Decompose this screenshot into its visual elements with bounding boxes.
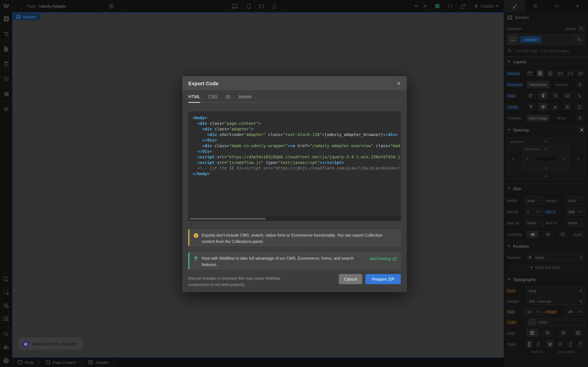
height-input[interactable]: Auto- xyxy=(566,196,585,204)
align-end-button[interactable] xyxy=(550,91,560,100)
padding-left-value[interactable]: 0 xyxy=(526,157,528,161)
display-inline-button[interactable]: A xyxy=(566,69,575,78)
spacing-diagram[interactable]: MARGIN 0 0 0 0 PADDING 0 0 0 0 xyxy=(507,138,585,180)
breakpoint-tablet-button[interactable] xyxy=(242,0,255,12)
style-regular-button[interactable] xyxy=(526,340,533,349)
padding-diagram[interactable]: PADDING 0 0 0 0 xyxy=(522,146,570,172)
align-center-button[interactable] xyxy=(538,91,548,100)
decoration-underline-button[interactable] xyxy=(566,340,574,349)
style-italic-button[interactable] xyxy=(535,340,541,349)
selector-menu-button[interactable] xyxy=(575,34,584,45)
justify-start-button[interactable] xyxy=(526,102,536,111)
custom-code-button[interactable] xyxy=(444,0,457,12)
breakpoint-mobile-button[interactable] xyxy=(268,0,281,12)
preview-button[interactable] xyxy=(100,0,123,12)
canvas-overlays-button[interactable] xyxy=(0,312,12,325)
display-flex-button[interactable] xyxy=(536,69,544,78)
children-dont-wrap-option[interactable]: Don’t wrap xyxy=(526,114,550,122)
display-none-button[interactable] xyxy=(576,69,585,78)
code-scrollbar-track[interactable] xyxy=(189,217,400,221)
size-section-header[interactable]: Size xyxy=(504,184,588,193)
undo-button[interactable] xyxy=(411,0,422,12)
tab-style-manager[interactable] xyxy=(546,0,567,12)
class-tag[interactable]: Adapter xyxy=(520,36,541,43)
typography-section-header[interactable]: Typography xyxy=(504,274,588,284)
webflow-logo[interactable]: W xyxy=(0,0,13,12)
cancel-button[interactable]: Cancel xyxy=(339,274,363,284)
breakpoint-indicator-button[interactable] xyxy=(508,34,518,45)
justify-end-button[interactable] xyxy=(550,102,560,111)
margin-top-value[interactable]: 0 xyxy=(545,140,547,143)
width-input[interactable]: Auto- xyxy=(525,196,543,204)
saved-status-button[interactable] xyxy=(431,0,444,12)
add-elements-button[interactable] xyxy=(0,12,12,25)
spacing-expand-icon[interactable] xyxy=(579,128,584,132)
project-settings-button[interactable] xyxy=(0,102,12,116)
position-select[interactable]: Static xyxy=(526,253,585,261)
breadcrumb-item-body[interactable]: Body xyxy=(12,360,37,364)
code-scrollbar-thumb[interactable] xyxy=(189,218,266,220)
decoration-overline-button[interactable] xyxy=(576,340,585,349)
code-preview[interactable]: <body> <div class="page-content"> <div c… xyxy=(188,111,401,221)
page-selector[interactable]: Page: Udesly Adapter xyxy=(21,0,100,12)
tab-settings[interactable] xyxy=(525,0,546,12)
edit-mode-button[interactable] xyxy=(0,272,12,285)
spacing-section-header[interactable]: Spacing xyxy=(504,125,588,134)
weight-select[interactable]: 400 - Normal xyxy=(526,297,585,305)
direction-horizontal-option[interactable]: Horizontal xyxy=(526,81,550,88)
tab-assets[interactable]: Assets xyxy=(239,94,252,102)
close-button[interactable]: ✕ xyxy=(397,81,401,86)
wrap-reverse-button[interactable] xyxy=(575,114,585,122)
display-block-button[interactable] xyxy=(526,69,534,78)
overflow-auto-button[interactable]: Auto xyxy=(571,230,585,239)
justify-space-between-button[interactable] xyxy=(562,102,572,111)
font-size-input[interactable]: 14PX xyxy=(525,308,543,316)
breadcrumb-item-adapter[interactable]: Adapter xyxy=(83,360,112,364)
overflow-hidden-button[interactable] xyxy=(541,230,554,239)
padding-right-value[interactable]: 0 xyxy=(563,157,565,161)
color-input[interactable]: #333 xyxy=(526,318,585,326)
selected-element-badge[interactable]: Adapter xyxy=(13,13,40,20)
direction-reverse-button[interactable] xyxy=(575,80,585,89)
video-tutorials-button[interactable] xyxy=(0,341,12,354)
text-align-right-button[interactable] xyxy=(556,329,570,337)
margin-right-value[interactable]: 0 xyxy=(577,157,579,161)
max-height-input[interactable]: None- xyxy=(566,219,585,227)
redo-button[interactable] xyxy=(422,0,431,12)
navigator-button[interactable] xyxy=(0,27,12,41)
zoom-button[interactable] xyxy=(0,327,12,341)
display-inline-block-button[interactable] xyxy=(556,69,564,78)
tab-css[interactable]: CSS xyxy=(208,94,217,102)
line-height-input[interactable]: 20PX xyxy=(566,308,585,316)
padding-top-value[interactable]: 0 xyxy=(545,147,547,151)
cms-button[interactable] xyxy=(0,57,12,71)
pages-button[interactable] xyxy=(0,42,12,56)
breakpoint-mobile-landscape-button[interactable] xyxy=(255,0,268,12)
text-align-justify-button[interactable] xyxy=(571,329,585,337)
padding-bottom-value[interactable]: 0 xyxy=(545,166,547,170)
guides-toggle-button[interactable] xyxy=(0,299,12,312)
float-and-clear-toggle[interactable]: Float and clear xyxy=(507,264,585,271)
min-height-input[interactable]: 100VH xyxy=(566,208,585,216)
position-section-header[interactable]: Position xyxy=(504,241,588,251)
class-selector-input[interactable]: Adapter xyxy=(507,34,585,45)
prepare-zip-button[interactable]: Prepare ZIP xyxy=(366,274,401,284)
share-button[interactable] xyxy=(457,0,469,12)
display-grid-button[interactable] xyxy=(546,69,554,78)
made-with-adapter-badge[interactable]: u Made with the Adapter xyxy=(18,338,82,350)
states-caret-button[interactable] xyxy=(578,26,585,32)
align-stretch-button[interactable] xyxy=(562,91,572,100)
tab-js[interactable]: JS xyxy=(225,94,230,102)
states-dropdown[interactable]: States xyxy=(565,26,585,32)
breakpoint-desktop-button[interactable] xyxy=(227,0,242,12)
assets-button[interactable] xyxy=(0,87,12,101)
direction-vertical-option[interactable]: Vertical xyxy=(550,81,573,88)
justify-center-button[interactable] xyxy=(538,102,548,111)
min-width-input[interactable]: 0PX xyxy=(525,208,543,216)
add-hosting-link[interactable]: Add hosting xyxy=(370,256,396,262)
tab-html[interactable]: HTML xyxy=(188,94,200,103)
max-width-input[interactable]: None- xyxy=(525,219,543,227)
decoration-strikethrough-button[interactable] xyxy=(556,340,564,349)
overflow-scroll-button[interactable] xyxy=(556,230,570,239)
breadcrumb-item-page-content[interactable]: Page Content xyxy=(41,360,80,364)
